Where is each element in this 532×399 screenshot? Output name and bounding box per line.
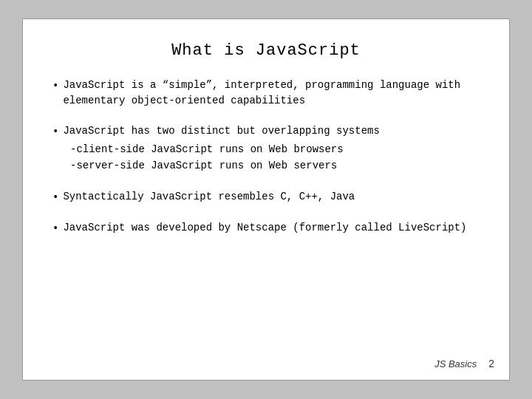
bullet-text-2: JavaScript has two distinct but overlapp…: [63, 123, 480, 139]
bullet-section-3: • Syntactically JavaScript resembles C, …: [52, 189, 480, 205]
bullet-section-2: • JavaScript has two distinct but overla…: [52, 123, 480, 174]
footer-page: 2: [488, 358, 494, 369]
slide: What is JavaScript • JavaScript is a “si…: [22, 18, 510, 381]
bullet-item-1: • JavaScript is a “simple”, interpreted,…: [52, 78, 480, 109]
bullet-section-4: • JavaScript was developed by Netscape (…: [52, 220, 480, 236]
bullet-text-1: JavaScript is a “simple”, interpreted, p…: [63, 78, 480, 109]
sub-item-2-2: -server-side JavaScript runs on Web serv…: [52, 157, 480, 174]
bullet-dot-1: •: [52, 78, 58, 94]
bullet-item-4: • JavaScript was developed by Netscape (…: [52, 220, 480, 236]
bullet-dot-2: •: [52, 124, 58, 140]
bullet-dot-3: •: [52, 190, 58, 205]
bullet-text-3: Syntactically JavaScript resembles C, C+…: [63, 189, 480, 205]
sub-item-2-1: -client-side JavaScript runs on Web brow…: [52, 141, 480, 157]
slide-footer: JS Basics 2: [434, 358, 494, 369]
bullet-dot-4: •: [52, 221, 58, 236]
bullet-text-4: JavaScript was developed by Netscape (fo…: [63, 220, 480, 236]
bullet-item-2: • JavaScript has two distinct but overla…: [52, 123, 480, 140]
slide-content: • JavaScript is a “simple”, interpreted,…: [52, 78, 480, 343]
slide-title: What is JavaScript: [52, 41, 480, 60]
footer-label: JS Basics: [434, 358, 477, 369]
bullet-item-3: • Syntactically JavaScript resembles C, …: [52, 189, 480, 205]
bullet-section-1: • JavaScript is a “simple”, interpreted,…: [52, 78, 480, 109]
